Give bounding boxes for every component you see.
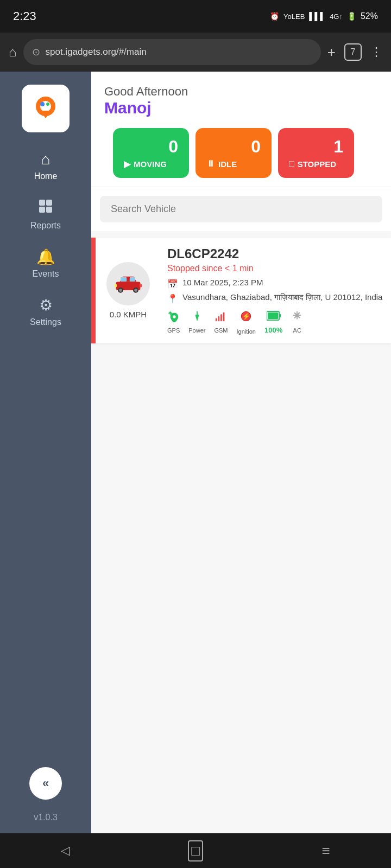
power-label: Power xyxy=(188,327,205,334)
sidebar-item-home[interactable]: ⌂ Home xyxy=(0,143,91,189)
svg-rect-21 xyxy=(223,312,225,322)
vehicle-card[interactable]: 0.0 KMPH DL6CP2242 Stopped since < 1 min… xyxy=(91,238,391,343)
power-icon xyxy=(191,310,203,326)
sensor-ignition: ⚡ Ignition xyxy=(236,309,255,335)
status-icons: ⏰ YoLEB ▌▌▌ 4G↑ 🔋 52% xyxy=(270,11,378,21)
svg-rect-6 xyxy=(46,200,52,206)
location-icon: 📍 xyxy=(167,293,178,304)
moving-icon: ▶ xyxy=(124,159,130,169)
stopped-count: 1 xyxy=(333,137,343,157)
sidebar-events-label: Events xyxy=(33,269,59,279)
svg-rect-10 xyxy=(121,277,127,282)
svg-rect-20 xyxy=(220,314,222,321)
svg-rect-25 xyxy=(279,314,281,317)
stopped-icon: □ xyxy=(289,159,294,169)
greeting-section: Good Afternoon Manoj 0 ▶ MOVING 0 ⏸ IDLE xyxy=(91,72,391,187)
car-image-circle xyxy=(106,262,150,305)
battery-percent: 52% xyxy=(361,11,378,21)
main-layout: ⌂ Home Reports 🔔 Events xyxy=(0,72,391,833)
battery-icon: 🔋 xyxy=(347,12,356,21)
sidebar-item-events[interactable]: 🔔 Events xyxy=(0,240,91,286)
vehicle-status-text: Stopped since < 1 min xyxy=(167,264,384,273)
sensor-battery: 100% xyxy=(264,310,282,334)
battery-level-icon xyxy=(267,310,281,324)
svg-rect-7 xyxy=(39,207,45,213)
ignition-label: Ignition xyxy=(236,328,255,335)
svg-rect-5 xyxy=(39,200,45,206)
app-logo xyxy=(22,85,70,132)
alarm-icon: ⏰ xyxy=(270,12,279,21)
recent-apps-button[interactable]: ≡ xyxy=(313,838,339,864)
url-text: spot.igadgets.org/#/main xyxy=(46,47,147,58)
sensor-gps: GPS xyxy=(167,310,180,334)
idle-icon: ⏸ xyxy=(206,159,215,169)
vehicle-details: DL6CP2242 Stopped since < 1 min 📅 10 Mar… xyxy=(161,238,391,343)
vehicle-status-stripe xyxy=(91,238,96,343)
browser-bar: ⌂ ⊙ spot.igadgets.org/#/main + 7 ⋮ xyxy=(0,33,391,72)
stopped-label: STOPPED xyxy=(298,159,336,169)
sensor-gsm: GSM xyxy=(214,310,228,334)
sidebar-home-label: Home xyxy=(34,171,58,181)
sidebar-item-settings[interactable]: ⚙ Settings xyxy=(0,289,91,335)
vehicle-speed: 0.0 KMPH xyxy=(110,310,147,319)
browser-actions: + 7 ⋮ xyxy=(327,43,382,61)
sidebar-item-reports[interactable]: Reports xyxy=(0,191,91,238)
ac-icon xyxy=(291,310,303,326)
svg-rect-26 xyxy=(268,312,278,319)
sidebar-nav: ⌂ Home Reports 🔔 Events xyxy=(0,143,91,335)
status-cards: 0 ▶ MOVING 0 ⏸ IDLE 1 □ xyxy=(104,128,378,187)
network-bars-icon: ▌▌▌ xyxy=(309,12,325,21)
vehicle-location: Vasundhara, Ghaziabad, गाज़ियाबाद ज़िला,… xyxy=(182,292,382,302)
svg-rect-11 xyxy=(130,277,135,282)
vehicle-location-row: 📍 Vasundhara, Ghaziabad, गाज़ियाबाद ज़िल… xyxy=(167,292,384,304)
sensor-ac: AC xyxy=(291,310,303,334)
vehicle-datetime: 10 Mar 2025, 2:23 PM xyxy=(182,278,263,287)
vehicle-datetime-row: 📅 10 Mar 2025, 2:23 PM xyxy=(167,278,384,289)
home-button[interactable]: □ xyxy=(182,838,209,864)
stopped-card[interactable]: 1 □ STOPPED xyxy=(278,128,354,178)
back-icon: ◁ xyxy=(61,844,70,858)
gps-icon xyxy=(168,310,180,326)
svg-text:⚡: ⚡ xyxy=(242,312,251,321)
moving-label: MOVING xyxy=(134,159,167,169)
vehicle-plate: DL6CP2242 xyxy=(167,246,384,261)
status-bar: 2:23 ⏰ YoLEB ▌▌▌ 4G↑ 🔋 52% xyxy=(0,0,391,33)
search-container xyxy=(91,187,391,231)
ac-label: AC xyxy=(293,327,301,334)
new-tab-icon[interactable]: + xyxy=(327,44,336,61)
bottom-navigation: ◁ □ ≡ xyxy=(0,833,391,868)
svg-point-4 xyxy=(46,103,49,106)
sidebar-settings-label: Settings xyxy=(30,317,61,327)
url-bar[interactable]: ⊙ spot.igadgets.org/#/main xyxy=(23,39,321,65)
vehicle-image-section: 0.0 KMPH xyxy=(96,238,161,343)
gsm-label: GSM xyxy=(214,327,228,334)
menu-icon: ≡ xyxy=(321,843,330,859)
greeting-text: Good Afternoon xyxy=(104,85,378,99)
content-area: Good Afternoon Manoj 0 ▶ MOVING 0 ⏸ IDLE xyxy=(91,72,391,833)
moving-card[interactable]: 0 ▶ MOVING xyxy=(113,128,189,178)
svg-rect-18 xyxy=(216,318,217,322)
moving-count: 0 xyxy=(168,137,178,157)
idle-card[interactable]: 0 ⏸ IDLE xyxy=(195,128,272,178)
gsm-icon xyxy=(215,310,227,326)
4g-icon: 4G↑ xyxy=(330,12,343,21)
browser-home-icon[interactable]: ⌂ xyxy=(9,44,17,60)
calendar-icon: 📅 xyxy=(167,279,178,289)
svg-rect-16 xyxy=(115,284,117,288)
security-icon: ⊙ xyxy=(32,46,40,58)
sensor-power: Power xyxy=(188,310,205,334)
back-button[interactable]: ◁ xyxy=(52,838,78,864)
ignition-icon: ⚡ xyxy=(239,309,253,327)
svg-rect-19 xyxy=(218,316,219,321)
tab-count-badge[interactable]: 7 xyxy=(344,43,362,61)
reports-icon xyxy=(38,199,53,218)
collapse-sidebar-button[interactable]: « xyxy=(29,767,62,800)
svg-point-13 xyxy=(119,289,122,292)
home-nav-icon: □ xyxy=(188,840,203,861)
more-options-icon[interactable]: ⋮ xyxy=(370,45,382,59)
vehicle-sensors: GPS Power xyxy=(167,309,384,335)
search-input[interactable] xyxy=(100,196,382,222)
svg-point-3 xyxy=(40,102,45,106)
svg-rect-8 xyxy=(46,207,52,213)
sidebar-reports-label: Reports xyxy=(30,221,61,231)
